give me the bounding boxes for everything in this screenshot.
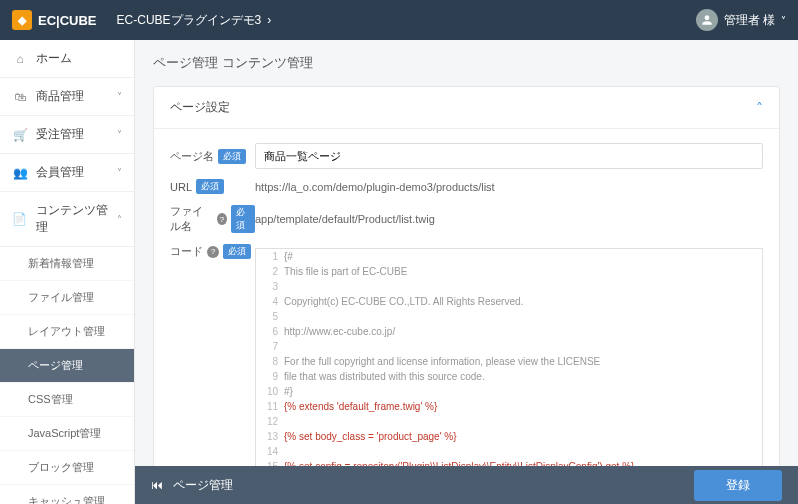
sub-item-2[interactable]: レイアウト管理: [0, 315, 134, 349]
collapse-icon[interactable]: ˄: [756, 100, 763, 116]
code-line: 7: [256, 339, 762, 354]
code-line: 12: [256, 414, 762, 429]
rewind-icon[interactable]: ⏮: [151, 478, 163, 492]
expand-icon: ˅: [117, 129, 122, 140]
page-settings-panel: ページ設定 ˄ ページ名 必須 URL 必須 https://la_o.co: [153, 86, 780, 504]
sub-item-7[interactable]: キャッシュ管理: [0, 485, 134, 504]
cube-icon: ◆: [12, 10, 32, 30]
code-line: 9file that was distributed with this sou…: [256, 369, 762, 384]
top-header: ◆ EC|CUBE EC-CUBEプラグインデモ3 管理者 様 ˅: [0, 0, 798, 40]
panel-title: ページ設定: [170, 99, 230, 116]
footer-title: ページ管理: [173, 477, 233, 494]
code-line: 8For the full copyright and license info…: [256, 354, 762, 369]
required-badge: 必須: [196, 179, 224, 194]
expand-icon: ˅: [117, 91, 122, 102]
site-name-link[interactable]: EC-CUBEプラグインデモ3: [117, 12, 272, 29]
nav-item-2[interactable]: 🛒受注管理˅: [0, 116, 134, 154]
url-value: https://la_o.com/demo/plugin-demo3/produ…: [255, 181, 763, 193]
code-line: 10#}: [256, 384, 762, 399]
nav-icon: 👥: [12, 166, 28, 180]
logo[interactable]: ◆ EC|CUBE: [12, 10, 97, 30]
file-value: app/template/default/Product/list.twig: [255, 213, 763, 225]
sidebar: ⌂ホーム🛍商品管理˅🛒受注管理˅👥会員管理˅📄コンテンツ管理˄新着情報管理ファイ…: [0, 40, 135, 504]
chevron-down-icon: ˅: [781, 15, 786, 26]
footer-bar: ⏮ ページ管理 登録: [135, 466, 798, 504]
sub-item-1[interactable]: ファイル管理: [0, 281, 134, 315]
code-line: 4Copyright(c) EC-CUBE CO.,LTD. All Right…: [256, 294, 762, 309]
help-icon[interactable]: ?: [217, 213, 226, 225]
nav-item-0[interactable]: ⌂ホーム: [0, 40, 134, 78]
nav-item-4[interactable]: 📄コンテンツ管理˄: [0, 192, 134, 247]
sub-item-3[interactable]: ページ管理: [0, 349, 134, 383]
code-line: 14: [256, 444, 762, 459]
sub-item-0[interactable]: 新着情報管理: [0, 247, 134, 281]
nav-icon: ⌂: [12, 52, 28, 66]
required-badge: 必須: [223, 244, 251, 259]
code-line: 13{% set body_class = 'product_page' %}: [256, 429, 762, 444]
code-label: コード: [170, 244, 203, 259]
panel-body: ページ名 必須 URL 必須 https://la_o.com/demo/plu…: [154, 129, 779, 504]
panel-header: ページ設定 ˄: [154, 87, 779, 129]
nav-item-1[interactable]: 🛍商品管理˅: [0, 78, 134, 116]
sub-item-5[interactable]: JavaScript管理: [0, 417, 134, 451]
user-icon: [696, 9, 718, 31]
nav-item-3[interactable]: 👥会員管理˅: [0, 154, 134, 192]
code-line: 1{#: [256, 249, 762, 264]
user-name: 管理者 様: [724, 12, 775, 29]
code-line: 11{% extends 'default_frame.twig' %}: [256, 399, 762, 414]
nav-icon: 📄: [12, 212, 28, 226]
required-badge: 必須: [218, 149, 246, 164]
code-line: 2This file is part of EC-CUBE: [256, 264, 762, 279]
url-label: URL: [170, 181, 192, 193]
code-line: 5: [256, 309, 762, 324]
expand-icon: ˄: [117, 214, 122, 225]
main-content: ページ管理 コンテンツ管理 ページ設定 ˄ ページ名 必須 URL 必須: [135, 40, 798, 504]
required-badge: 必須: [231, 205, 255, 233]
sub-item-6[interactable]: ブロック管理: [0, 451, 134, 485]
nav-icon: 🛒: [12, 128, 28, 142]
code-editor[interactable]: 1{#2This file is part of EC-CUBE34Copyri…: [255, 248, 763, 498]
logo-text: EC|CUBE: [38, 13, 97, 28]
code-line: 3: [256, 279, 762, 294]
submit-button[interactable]: 登録: [694, 470, 782, 501]
name-label: ページ名: [170, 149, 214, 164]
help-icon[interactable]: ?: [207, 246, 219, 258]
expand-icon: ˅: [117, 167, 122, 178]
breadcrumb: ページ管理 コンテンツ管理: [153, 54, 780, 72]
page-name-input[interactable]: [255, 143, 763, 169]
nav-icon: 🛍: [12, 90, 28, 104]
code-line: 6http://www.ec-cube.co.jp/: [256, 324, 762, 339]
file-label: ファイル名: [170, 204, 213, 234]
user-menu[interactable]: 管理者 様 ˅: [696, 9, 786, 31]
sub-item-4[interactable]: CSS管理: [0, 383, 134, 417]
